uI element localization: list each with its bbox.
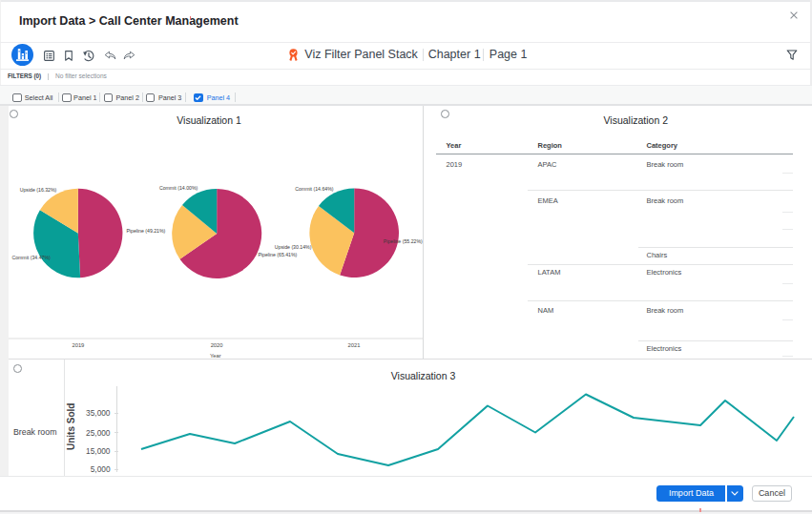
svg-text:Commit (14.64%): Commit (14.64%) xyxy=(295,186,334,192)
svg-text:Commit (14.00%): Commit (14.00%) xyxy=(158,184,198,190)
svg-text:Year: Year xyxy=(210,352,221,358)
svg-text:Upside (30.14%): Upside (30.14%) xyxy=(274,243,311,249)
svg-text:2021: 2021 xyxy=(347,342,360,348)
svg-text:Pipeline (65.41%): Pipeline (65.41%) xyxy=(258,252,297,257)
svg-text:Pipeline (55.22%): Pipeline (55.22%) xyxy=(383,237,422,243)
svg-text:2019: 2019 xyxy=(72,342,84,348)
svg-text:Pipeline (49.21%): Pipeline (49.21%) xyxy=(126,228,165,234)
svg-text:2020: 2020 xyxy=(210,342,222,348)
svg-text:Upside (16.32%): Upside (16.32%) xyxy=(19,187,56,193)
svg-text:Commit (34.47%): Commit (34.47%) xyxy=(11,254,51,259)
